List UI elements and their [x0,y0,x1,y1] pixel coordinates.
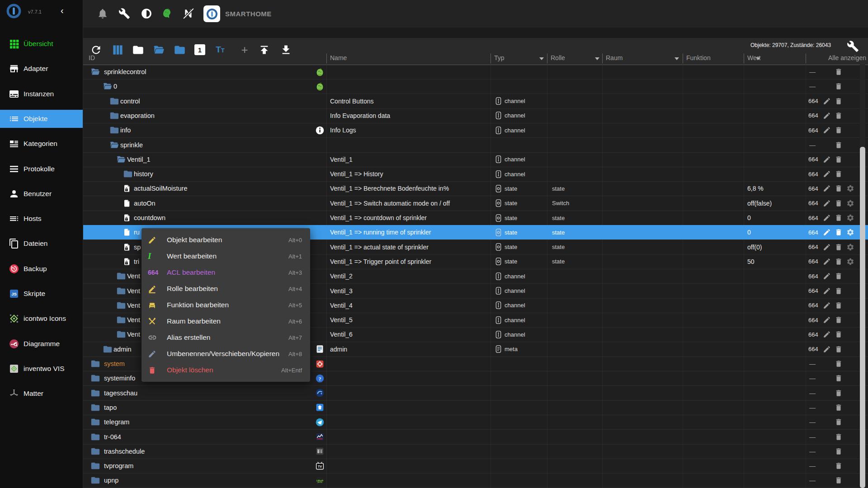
folder-icon[interactable] [109,108,119,123]
context-menu-item-wert-bearbeiten[interactable]: IWert bearbeitenAlt+1 [142,248,310,264]
columns-button[interactable] [111,43,124,56]
table-row[interactable]: infoInfo Logschannel664 [83,123,868,138]
table-row[interactable]: tapo— [83,400,868,415]
delete-object-icon[interactable] [835,65,843,79]
custom-settings-gear-icon[interactable] [846,211,854,225]
object-value[interactable]: 0 [747,225,751,239]
folder-icon[interactable] [90,371,100,385]
delete-object-icon[interactable] [835,254,843,269]
delete-object-icon[interactable] [835,430,843,444]
folder-icon[interactable] [90,400,100,415]
table-row[interactable]: controlControl Buttonschannel664 [83,94,868,109]
sidebar-item-kategorien[interactable]: Kategorien [0,135,83,153]
folder-icon[interactable] [90,473,100,488]
object-value[interactable]: 6,8 % [747,181,764,196]
import-button[interactable] [258,43,270,56]
column-resize-handle[interactable] [491,54,491,63]
table-row[interactable]: historyVentil_1 => Historychannel664 [83,167,868,182]
acl-badge[interactable]: 664 [808,254,818,269]
acl-badge[interactable]: 664 [808,108,818,123]
delete-object-icon[interactable] [835,211,843,225]
delete-object-icon[interactable] [835,327,843,342]
folder-icon[interactable] [90,357,100,371]
folder-icon[interactable] [90,444,100,459]
folder-icon[interactable] [116,152,126,167]
state-file-icon[interactable] [123,181,131,196]
voice-assistant-icon[interactable] [161,8,173,19]
table-row[interactable]: telegram— [83,415,868,430]
acl-badge[interactable]: 664 [808,284,818,298]
context-menu-item-alias-erstellen[interactable]: Alias erstellenAlt+7 [142,329,310,346]
sidebar-item-matter[interactable]: Matter [0,385,83,403]
folder-icon[interactable] [109,138,119,152]
delete-object-icon[interactable] [835,386,843,400]
column-resize-handle[interactable] [547,54,547,63]
custom-settings-gear-icon[interactable] [846,181,854,196]
acl-badge[interactable]: 664 [808,269,818,283]
table-row[interactable]: autoOnVentil_1 => Switch automatic mode … [83,196,868,211]
folder-icon[interactable] [116,298,126,313]
acl-badge[interactable]: 664 [808,313,818,327]
state-file-icon[interactable] [123,225,131,239]
delete-object-icon[interactable] [835,94,843,108]
context-menu-item-umbenennen-verschieben-kopieren[interactable]: Umbenennen/Verschieben/KopierenAlt+8 [142,346,310,362]
folder-icon[interactable] [116,269,126,283]
delete-object-icon[interactable] [835,313,843,327]
sidebar-item--bersicht[interactable]: Übersicht [0,35,83,53]
custom-settings-gear-icon[interactable] [846,225,854,239]
folder-icon[interactable] [90,415,100,429]
custom-filter-wrench-icon[interactable] [846,40,859,52]
table-row[interactable]: 0— [83,79,868,94]
context-menu-item-funktion-bearbeiten[interactable]: Funktion bearbeitenAlt+5 [142,297,310,313]
edit-object-icon[interactable] [823,152,831,167]
edit-object-icon[interactable] [823,108,831,123]
acl-badge[interactable]: 664 [808,211,818,225]
delete-object-icon[interactable] [835,298,843,313]
custom-settings-gear-icon[interactable] [846,254,854,269]
add-object-button[interactable]: + [238,43,251,56]
delete-object-icon[interactable] [835,459,843,473]
object-value[interactable]: 0 [747,211,751,225]
acl-badge[interactable]: 664 [808,196,818,211]
state-file-icon[interactable] [123,240,131,254]
instance-logo-chip[interactable] [203,5,220,22]
folder-icon[interactable] [90,459,100,473]
edit-object-icon[interactable] [823,181,831,196]
text-size-button[interactable]: TT [214,43,226,56]
acl-badge[interactable]: 664 [808,123,818,137]
filter-dropdown-icon-typ[interactable] [539,57,544,60]
delete-object-icon[interactable] [835,123,843,137]
theme-contrast-icon[interactable] [141,8,152,19]
sidebar-item-adapter[interactable]: Adapter [0,60,83,78]
context-menu-item-acl-bearbeiten[interactable]: 664ACL bearbeitenAlt+3 [142,264,310,281]
context-menu-item-rolle-bearbeiten[interactable]: Rolle bearbeitenAlt+4 [142,281,310,297]
folder-icon[interactable] [116,313,126,327]
delete-object-icon[interactable] [835,240,843,254]
folder-icon[interactable] [123,167,133,181]
edit-object-icon[interactable] [823,167,831,181]
column-header-alle-anzeigen[interactable]: Alle anzeigen [828,54,867,61]
filter-dropdown-icon-rolle[interactable] [595,57,599,60]
notification-bell-icon[interactable] [97,8,108,19]
delete-object-icon[interactable] [835,371,843,385]
delete-object-icon[interactable] [835,269,843,283]
acl-badge[interactable]: 664 [808,327,818,342]
sidebar-item-instanzen[interactable]: Instanzen [0,85,83,103]
delete-object-icon[interactable] [835,284,843,298]
state-file-icon[interactable] [123,196,131,211]
edit-object-icon[interactable] [823,284,831,298]
state-file-icon[interactable] [123,254,131,269]
sidebar-item-benutzer[interactable]: Benutzer [0,185,83,203]
filter-dropdown-icon-raum[interactable] [675,57,679,60]
folder-icon[interactable] [109,94,119,108]
delete-object-icon[interactable] [835,357,843,371]
column-resize-handle[interactable] [806,54,806,63]
sidebar-collapse-icon[interactable]: ‹ [61,5,64,16]
expand-level-1-button[interactable]: 1 [193,43,206,56]
folder-icon[interactable] [90,386,100,400]
edit-object-icon[interactable] [823,298,831,313]
expand-all-button[interactable] [152,43,165,56]
table-row[interactable]: actualSoilMoistureVentil_1 => Berechnete… [83,181,868,196]
sidebar-item-inventwo-vis[interactable]: inventwo VIS [0,360,83,378]
delete-object-icon[interactable] [835,108,843,123]
